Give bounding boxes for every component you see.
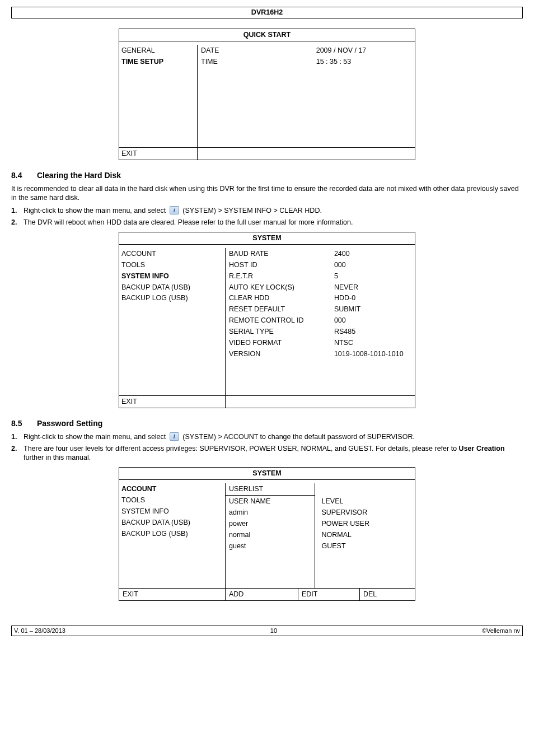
menu-item-tools[interactable]: TOOLS (121, 496, 221, 505)
del-button[interactable]: DEL (360, 589, 415, 600)
user-row-admin[interactable]: admin (229, 508, 311, 517)
header-username: USER NAME (229, 497, 311, 506)
step-text-bold: User Creation (459, 445, 505, 452)
exit-button[interactable]: EXIT (119, 396, 226, 408)
exit-blank (226, 396, 415, 408)
menu-item-backup-data[interactable]: BACKUP DATA (USB) (121, 518, 221, 528)
exit-blank (198, 148, 415, 160)
label-reset-default: RESET DEFAULT (229, 305, 334, 314)
heading-8-4: 8.4 Clearing the Hard Disk (11, 170, 523, 181)
label-clear-hdd: CLEAR HDD (229, 293, 334, 303)
panel-title: SYSTEM (119, 232, 415, 245)
user-row-normal[interactable]: normal (229, 530, 311, 540)
level-column: LEVEL SUPERVISOR POWER USER NORMAL GUEST (315, 483, 415, 588)
menu-item-time-setup[interactable]: TIME SETUP (121, 57, 193, 67)
system-account-panel: SYSTEM ACCOUNT TOOLS SYSTEM INFO BACKUP … (119, 467, 415, 601)
system-icon (170, 432, 179, 441)
heading-8-5: 8.5 Password Setting (11, 418, 523, 429)
value-host-id[interactable]: 000 (334, 260, 410, 270)
userlist-column: USERLIST USER NAME admin power normal gu… (226, 483, 315, 588)
step-text: (SYSTEM) > SYSTEM INFO > CLEAR HDD. (182, 207, 322, 214)
menu-item-system-info[interactable]: SYSTEM INFO (121, 507, 221, 516)
step-text: Right-click to show the main menu, and s… (24, 207, 168, 214)
header-level: LEVEL (322, 497, 411, 506)
step-2: 2. The DVR will reboot when HDD data are… (11, 218, 523, 227)
value-serial-type[interactable]: RS485 (334, 327, 410, 337)
value-reset-default[interactable]: SUBMIT (334, 305, 410, 314)
menu-item-system-info[interactable]: SYSTEM INFO (121, 272, 221, 281)
menu-item-backup-data[interactable]: BACKUP DATA (USB) (121, 283, 221, 292)
doc-title: DVR16H2 (11, 7, 523, 18)
menu-column: ACCOUNT TOOLS SYSTEM INFO BACKUP DATA (U… (119, 248, 226, 395)
heading-number: 8.5 (11, 418, 35, 429)
step-marker: 2. (11, 444, 24, 463)
add-button[interactable]: ADD (226, 589, 298, 600)
value-retr[interactable]: 5 (334, 272, 410, 281)
menu-item-backup-log[interactable]: BACKUP LOG (USB) (121, 293, 221, 303)
footer-copyright: ©Velleman nv (482, 627, 520, 635)
value-video-format[interactable]: NTSC (334, 338, 410, 348)
menu-item-account[interactable]: ACCOUNT (121, 484, 221, 494)
user-row-power[interactable]: power (229, 519, 311, 529)
step-marker: 2. (11, 218, 24, 227)
edit-button[interactable]: EDIT (298, 589, 360, 600)
step-text: There are four user levels for different… (24, 445, 459, 452)
footer-page-number: 10 (270, 627, 277, 635)
menu-item-backup-log[interactable]: BACKUP LOG (USB) (121, 529, 221, 539)
footer-version: V. 01 – 28/03/2013 (14, 627, 65, 635)
step-text: (SYSTEM) > ACCOUNT to change the default… (182, 433, 415, 441)
system-icon (170, 206, 179, 214)
value-time[interactable]: 15 : 35 : 53 (316, 57, 410, 67)
step-marker: 1. (11, 432, 24, 442)
page-footer: V. 01 – 28/03/2013 10 ©Velleman nv (11, 626, 523, 636)
menu-item-tools[interactable]: TOOLS (121, 260, 221, 270)
menu-column: ACCOUNT TOOLS SYSTEM INFO BACKUP DATA (U… (119, 483, 226, 588)
menu-column: GENERAL TIME SETUP (119, 45, 198, 147)
value-version: 1019-1008-1010-1010 (334, 349, 410, 359)
panel-title: SYSTEM (119, 467, 415, 480)
system-panel: SYSTEM ACCOUNT TOOLS SYSTEM INFO BACKUP … (119, 232, 415, 408)
step-1: 1. Right-click to show the main menu, an… (11, 432, 523, 442)
menu-item-general[interactable]: GENERAL (121, 46, 193, 55)
step-text: further in this manual. (24, 454, 91, 461)
heading-text: Password Setting (37, 419, 102, 428)
label-baud-rate: BAUD RATE (229, 249, 334, 259)
label-video-format: VIDEO FORMAT (229, 338, 334, 348)
heading-number: 8.4 (11, 170, 35, 181)
value-remote-control-id[interactable]: 000 (334, 316, 410, 325)
quick-start-panel: QUICK START GENERAL TIME SETUP DATE TIME… (119, 29, 415, 160)
label-time: TIME (201, 57, 316, 67)
label-host-id: HOST ID (229, 260, 334, 270)
step-text: Right-click to show the main menu, and s… (24, 433, 168, 441)
label-serial-type: SERIAL TYPE (229, 327, 334, 337)
header-userlist: USERLIST (226, 483, 315, 496)
user-row-guest[interactable]: guest (229, 542, 311, 551)
panel-title: QUICK START (119, 29, 415, 41)
menu-item-account[interactable]: ACCOUNT (121, 249, 221, 259)
label-remote-control-id: REMOTE CONTROL ID (229, 316, 334, 325)
label-version: VERSION (229, 349, 334, 359)
level-guest: GUEST (322, 542, 411, 551)
value-clear-hdd[interactable]: HDD-0 (334, 293, 410, 303)
value-auto-key-lock[interactable]: NEVER (334, 283, 410, 292)
value-date[interactable]: 2009 / NOV / 17 (316, 46, 410, 55)
step-2: 2. There are four user levels for differ… (11, 444, 523, 463)
field-column: DATE TIME 2009 / NOV / 17 15 : 35 : 53 (198, 45, 415, 147)
step-text: The DVR will reboot when HDD data are cl… (24, 218, 523, 227)
label-retr: R.E.T.R (229, 272, 334, 281)
step-1: 1. Right-click to show the main menu, an… (11, 206, 523, 216)
label-auto-key-lock: AUTO KEY LOCK(S) (229, 283, 334, 292)
level-normal: NORMAL (322, 530, 411, 540)
step-marker: 1. (11, 206, 24, 216)
paragraph: It is recommended to clear all data in t… (11, 184, 523, 203)
exit-button[interactable]: EXIT (119, 148, 198, 160)
exit-button[interactable]: EXIT (119, 589, 226, 600)
level-supervisor: SUPERVISOR (322, 508, 411, 517)
level-power-user: POWER USER (322, 519, 411, 529)
label-date: DATE (201, 46, 316, 55)
content-column: BAUD RATE HOST ID R.E.T.R AUTO KEY LOCK(… (226, 248, 415, 395)
value-baud-rate[interactable]: 2400 (334, 249, 410, 259)
heading-text: Clearing the Hard Disk (37, 171, 121, 180)
